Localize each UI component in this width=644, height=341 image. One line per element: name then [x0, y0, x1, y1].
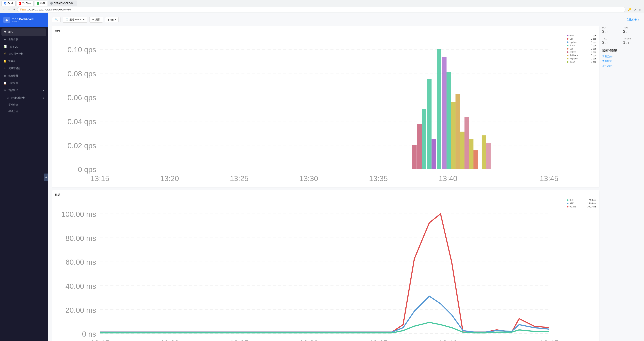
sidebar-logo: ◈ TiDB Dashboard PD v6.1.0	[0, 13, 48, 27]
refresh-interval-button[interactable]: 1 min ▾	[105, 17, 119, 22]
svg-text:13:25: 13:25	[230, 174, 248, 183]
sidebar-item-label-advanced: 高级调试	[8, 89, 18, 92]
zoom-button[interactable]: 🔍	[52, 17, 60, 22]
time-range-arrow: ▾	[83, 18, 84, 21]
legend-dot-set	[567, 48, 568, 50]
sidebar-item-cluster[interactable]: ⊕ 集群信息	[0, 36, 48, 43]
svg-rect-28	[456, 94, 460, 169]
forward-button[interactable]: →	[7, 8, 11, 11]
svg-rect-27	[451, 102, 456, 169]
svg-rect-32	[474, 150, 478, 169]
browser-actions: 🔑 ↗ ☆	[627, 7, 642, 12]
legend-item-p95: 95% 7.99 ms	[567, 199, 596, 202]
sidebar-item-label-continuous: 持续分析	[8, 110, 18, 113]
qps-chart-title: QPS	[55, 29, 596, 32]
legend-item-show: Show 0 qps	[567, 44, 596, 47]
legend-item-p999: 99.9% 30.27 ms	[567, 206, 596, 208]
latency-chart-card: 延迟 100.00	[52, 190, 599, 341]
advanced-icon: ⚙	[3, 89, 6, 92]
legend-value-replace: 0 qps	[591, 58, 596, 60]
sidebar-item-instance-perf[interactable]: ◎ 实例性能分析 ▲	[0, 94, 48, 102]
tab-gmail[interactable]: G Gmail	[2, 0, 16, 6]
legend-value-show: 0 qps	[591, 44, 596, 47]
legend-dot-use	[567, 38, 568, 40]
latency-svg: 100.00 ms 80.00 ms 60.00 ms 40.00 ms 20.…	[55, 199, 564, 341]
app-title: TiDB Dashboard	[12, 18, 34, 20]
svg-text:80.00 ms: 80.00 ms	[66, 234, 96, 242]
legend-item-other: other 0 qps	[567, 34, 596, 37]
legend-dot-p99	[567, 203, 568, 204]
sidebar-item-log-search[interactable]: 📋 日志搜索	[0, 80, 48, 87]
bookmark-icon[interactable]: ☆	[638, 7, 642, 12]
tab-rdp[interactable]: RDP-CONSOLE-@...	[48, 0, 77, 6]
sql-icon: ⚡	[3, 52, 6, 55]
sidebar-item-label-cluster: 集群信息	[8, 38, 18, 41]
share-icon[interactable]: ↗	[633, 7, 637, 12]
sidebar-item-diagnosis[interactable]: ⚙ 集群诊断	[0, 72, 48, 80]
log-icon: 📋	[3, 82, 6, 84]
legend-value-use: 0 qps	[591, 38, 596, 40]
sidebar-item-continuous-analysis[interactable]: 持续分析	[0, 108, 48, 115]
refresh-button[interactable]: ↺ 刷新	[90, 17, 103, 22]
legend-item-set: Set 0 qps	[567, 48, 596, 50]
legend-value-select: 0 qps	[591, 51, 596, 54]
svg-text:13:35: 13:35	[369, 339, 388, 341]
main-content: 🔍 🕐 最近 30 min ▾ ↺ 刷新 1 min ▾ 在线实例 >	[48, 13, 644, 341]
time-range-label: 最近 30 min	[70, 18, 82, 21]
sidebar-nav: ⊞ 概况 ⊕ 集群信息 📊 Top SQL ⚡ SQL 语句分析 🔔 慢查询 👁	[0, 27, 48, 341]
tab-maps[interactable]: 📍 地图	[34, 0, 47, 6]
sidebar-item-advanced[interactable]: ⚙ 高级调试 ▲	[0, 87, 48, 94]
sidebar-item-manual-analysis[interactable]: 手动分析	[0, 102, 48, 108]
view-alerts-link[interactable]: 查看告警 ›	[602, 60, 640, 63]
refresh-button[interactable]: ↺	[12, 8, 16, 11]
legend-dot-update	[567, 42, 568, 43]
online-instances-link[interactable]: 在线实例 >	[626, 18, 640, 22]
tidb-value: 3 / 3	[623, 29, 640, 34]
tiflash-stat: TiFlash 1 / 1	[623, 37, 640, 45]
run-diagnosis-link[interactable]: 运行诊断 ›	[602, 64, 640, 68]
refresh-label: 刷新	[95, 18, 100, 21]
view-monitoring-link[interactable]: 查看监控 ›	[602, 55, 640, 58]
monitoring-links: 查看监控 › 查看告警 › 运行诊断 ›	[602, 55, 640, 68]
qps-chart-card: QPS 0.10	[52, 26, 599, 188]
svg-text:13:20: 13:20	[160, 174, 179, 183]
sidebar-item-overview[interactable]: ⊞ 概况	[2, 28, 46, 36]
svg-rect-34	[486, 143, 490, 169]
sidebar-item-label-diagnosis: 集群诊断	[8, 74, 18, 78]
svg-text:13:25: 13:25	[230, 339, 248, 341]
app-container: ◈ TiDB Dashboard PD v6.1.0 ◀ ⊞ 概况 ⊕ 集群信息…	[0, 13, 644, 341]
back-button[interactable]: ←	[2, 8, 6, 11]
sidebar-item-topsql[interactable]: 📊 Top SQL	[0, 43, 48, 50]
svg-text:0.10 qps: 0.10 qps	[68, 46, 96, 54]
tikv-total: / 3	[606, 42, 608, 44]
tab-label-youtube: YouTube	[22, 2, 31, 4]
sidebar-item-slow-query[interactable]: 🔔 慢查询	[0, 58, 48, 65]
address-bar[interactable]: 不安全 172.16.10.12:2379/dashboard/#/overvi…	[17, 7, 626, 12]
svg-rect-30	[464, 117, 469, 169]
browser-titlebar: ← → ↺ 不安全 172.16.10.12:2379/dashboard/#/…	[0, 6, 644, 13]
qps-legend: other 0 qps Use 0 qps Update	[567, 34, 596, 184]
key-icon[interactable]: 🔑	[627, 7, 632, 12]
sidebar-item-label-instance-perf: 实例性能分析	[11, 96, 25, 100]
qps-chart-area: 0.10 qps 0.08 qps 0.06 qps 0.04 qps 0.02…	[55, 34, 596, 184]
monitoring-title: 监控和告警	[602, 49, 640, 53]
svg-text:13:40: 13:40	[438, 339, 457, 341]
legend-item-select: Select 0 qps	[567, 51, 596, 54]
legend-dot-replace	[567, 58, 568, 60]
right-panel: PD 3 / 3 TiDB 3 / 3 TiKV 3 / 3 TiFlash 1…	[599, 26, 640, 341]
view-alerts-label: 查看告警	[602, 60, 612, 63]
time-range-button[interactable]: 🕐 最近 30 min ▾	[63, 17, 87, 22]
svg-text:100.00 ms: 100.00 ms	[61, 210, 96, 218]
toolbar: 🔍 🕐 最近 30 min ▾ ↺ 刷新 1 min ▾ 在线实例 >	[52, 17, 640, 22]
legend-value-p95: 7.99 ms	[588, 199, 596, 202]
svg-rect-19	[412, 145, 416, 169]
sidebar-item-label-sql: SQL 语句分析	[8, 52, 23, 56]
tidb-stat: TiDB 3 / 3	[623, 26, 640, 34]
tab-youtube[interactable]: ▶ YouTube	[16, 0, 33, 6]
legend-label-insert: Insert	[570, 61, 575, 63]
sidebar-collapse-button[interactable]: ◀	[44, 174, 48, 181]
tidb-logo-icon: ◈	[3, 17, 10, 23]
sidebar-item-sql-analysis[interactable]: ⚡ SQL 语句分析	[0, 50, 48, 58]
legend-label-use: Use	[570, 38, 574, 40]
sidebar-item-traffic[interactable]: 👁 流量可视化	[0, 65, 48, 72]
